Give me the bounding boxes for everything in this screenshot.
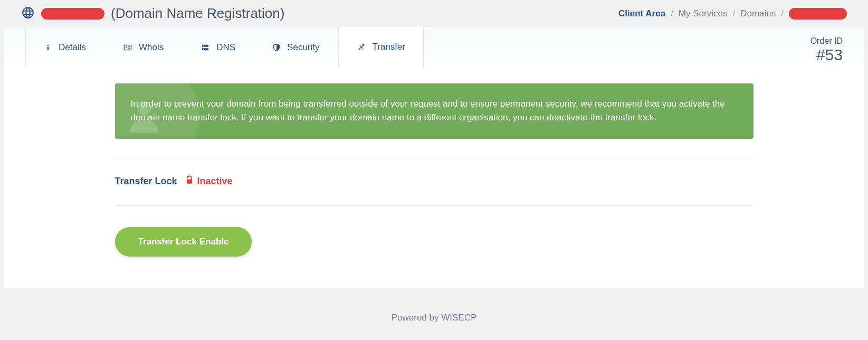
- redacted-breadcrumb-domain: [789, 8, 847, 20]
- page-title-wrap: (Domain Name Registration): [21, 5, 284, 22]
- svg-point-12: [137, 101, 151, 115]
- content: In order to prevent your domain from bei…: [4, 68, 864, 288]
- tab-transfer[interactable]: Transfer: [338, 27, 424, 68]
- svg-point-8: [203, 45, 204, 46]
- user-silhouette-icon: [123, 94, 165, 139]
- transfer-lock-status: Transfer Lock Inactive: [115, 175, 753, 187]
- transfer-lock-status-text: Inactive: [197, 176, 233, 187]
- unlock-icon: [185, 175, 194, 187]
- breadcrumb-sep: /: [732, 8, 735, 19]
- svg-rect-1: [47, 46, 49, 50]
- svg-rect-2: [124, 45, 131, 50]
- footer-text: Powered by WISECP: [392, 313, 477, 323]
- svg-rect-5: [128, 48, 131, 48]
- svg-point-3: [126, 46, 127, 48]
- svg-point-9: [203, 49, 204, 49]
- transfer-lock-enable-button[interactable]: Transfer Lock Enable: [115, 227, 252, 257]
- info-icon: [44, 43, 52, 52]
- breadcrumb-my-services[interactable]: My Services: [679, 8, 728, 19]
- info-banner-text: In order to prevent your domain from bei…: [131, 99, 725, 122]
- breadcrumb: Client Area / My Services / Domains /: [618, 8, 847, 20]
- divider: [115, 157, 753, 157]
- tab-label: Details: [59, 42, 86, 53]
- page-header: (Domain Name Registration) Client Area /…: [0, 0, 868, 27]
- main-card: Details Whois DNS: [4, 27, 864, 288]
- tab-label: Transfer: [373, 42, 406, 52]
- breadcrumb-sep: /: [781, 8, 784, 19]
- id-card-icon: [123, 43, 132, 52]
- transfer-lock-label: Transfer Lock: [115, 176, 177, 187]
- tab-label: Whois: [139, 42, 164, 53]
- tab-bar: Details Whois DNS: [4, 27, 864, 68]
- svg-rect-6: [202, 44, 208, 46]
- server-icon: [201, 43, 210, 52]
- footer: Powered by WISECP: [0, 288, 868, 334]
- svg-rect-7: [202, 48, 208, 50]
- globe-icon: [21, 6, 35, 22]
- tab-security[interactable]: Security: [254, 27, 338, 68]
- order-id-value: #53: [810, 46, 843, 63]
- tab-label: Security: [287, 42, 319, 53]
- order-id-label: Order ID: [810, 36, 843, 46]
- transfer-icon: [357, 43, 366, 51]
- redacted-domain: [41, 8, 104, 20]
- breadcrumb-client-area[interactable]: Client Area: [618, 8, 665, 19]
- breadcrumb-domains[interactable]: Domains: [740, 8, 776, 19]
- info-banner: In order to prevent your domain from bei…: [115, 83, 753, 139]
- tab-label: DNS: [216, 42, 235, 53]
- divider: [115, 205, 753, 206]
- tab-dns[interactable]: DNS: [182, 27, 254, 68]
- shield-icon: [272, 43, 281, 52]
- tab-whois[interactable]: Whois: [104, 27, 182, 68]
- svg-rect-4: [128, 46, 131, 47]
- svg-rect-13: [186, 179, 192, 183]
- svg-point-0: [47, 44, 49, 46]
- tabs: Details Whois DNS: [25, 27, 424, 68]
- tab-details[interactable]: Details: [25, 27, 104, 68]
- action-row: Transfer Lock Enable: [115, 227, 753, 257]
- order-id: Order ID #53: [810, 27, 843, 63]
- page-title: (Domain Name Registration): [111, 5, 284, 22]
- transfer-lock-state: Inactive: [185, 175, 233, 187]
- breadcrumb-sep: /: [671, 8, 673, 19]
